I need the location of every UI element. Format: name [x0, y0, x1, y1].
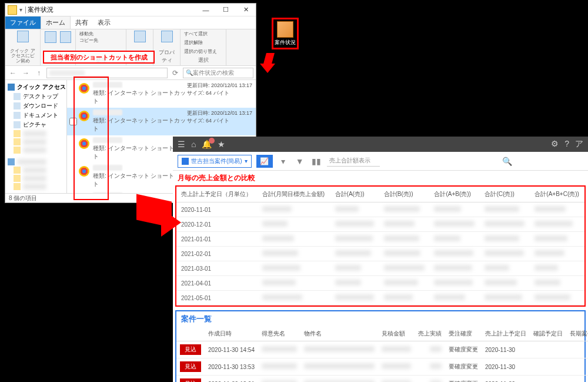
- col-header[interactable]: 受注確度: [445, 327, 482, 341]
- filter-icon[interactable]: ▼: [294, 155, 306, 167]
- graph-button[interactable]: 📈: [256, 155, 273, 168]
- maximize-button[interactable]: ☐: [216, 4, 236, 16]
- help-icon[interactable]: ?: [564, 139, 569, 150]
- address-bar-row: ← → ↑ ⟳ 🔍 案件状況の検索: [5, 66, 256, 80]
- monthly-comparison-section: 売上計上予定日（月単位）合計(月間目標売上金額)合計(A(売))合計(B(売))…: [175, 185, 586, 307]
- menu-icon[interactable]: ☰: [178, 139, 185, 149]
- selectinvert[interactable]: 選択の切り替え: [184, 48, 222, 55]
- table-row[interactable]: 2021-01-01: [176, 232, 584, 247]
- desktop-shortcut[interactable]: 案件状況: [272, 18, 299, 49]
- search-field[interactable]: 売上合計額表示: [327, 155, 380, 167]
- back-button[interactable]: ←: [8, 68, 18, 78]
- col-header[interactable]: 長期案件: [566, 327, 588, 341]
- quick-access-header[interactable]: クイック アクセス: [5, 82, 66, 92]
- search-box[interactable]: 🔍 案件状況の検索: [183, 68, 253, 78]
- star-icon[interactable]: ★: [218, 139, 225, 149]
- status-tag: 見込: [180, 361, 201, 372]
- folder-icon: [8, 5, 17, 15]
- titlebar: ▾ │ 案件状況 — ☐ ✕: [5, 4, 256, 16]
- tab-share[interactable]: 共有: [71, 16, 93, 29]
- date-cell: 2021-05-01: [176, 291, 258, 305]
- col-header[interactable]: 得意先名: [258, 327, 300, 341]
- col-header[interactable]: 物件名: [300, 327, 378, 341]
- shortcut-label: 案件状況: [275, 39, 296, 46]
- col-header[interactable]: [176, 327, 205, 341]
- sidebar-item[interactable]: [5, 146, 66, 154]
- sidebar-item[interactable]: ドキュメント: [5, 111, 66, 120]
- table-row[interactable]: 2020-11-01: [176, 202, 584, 217]
- table-row[interactable]: 2021-03-01: [176, 261, 584, 276]
- select-label: 選択: [184, 57, 222, 64]
- close-button[interactable]: ✕: [236, 4, 256, 16]
- col-header[interactable]: 売上実績: [415, 327, 445, 341]
- col-header[interactable]: 見積金額: [378, 327, 415, 341]
- col-header[interactable]: 確認予定日: [530, 327, 566, 341]
- downloads-icon: [14, 102, 21, 109]
- file-type: 種類: インターネット ショートカット: [93, 89, 187, 105]
- table-row[interactable]: 見込 2020-11-30 13:53 要確度変更 2020-11-30 ✎i: [176, 358, 588, 376]
- sidebar-item[interactable]: ピクチャ: [5, 120, 66, 129]
- col-header[interactable]: 合計(C(売)): [480, 187, 530, 202]
- table-row[interactable]: 2020-12-01: [176, 217, 584, 232]
- folder-icon: [14, 183, 21, 190]
- moveto-label[interactable]: 移動先: [79, 31, 122, 37]
- table-row[interactable]: 2021-02-01: [176, 247, 584, 261]
- file-item[interactable]: 種類: インターネット ショートカット 更新日時: 2020/12/01 13:…: [67, 108, 256, 135]
- gear-icon[interactable]: ⚙: [551, 139, 559, 150]
- forward-button[interactable]: →: [21, 68, 31, 78]
- minimize-button[interactable]: —: [196, 4, 216, 16]
- col-header[interactable]: 売上計上予定日（月単位）: [176, 187, 258, 202]
- search-icon[interactable]: 🔍: [501, 155, 513, 167]
- plan-date-cell: 2020-11-30: [482, 341, 530, 358]
- table-row[interactable]: 見込 2020-11-30 14:54 要確度変更 2020-11-30 ✎i: [176, 341, 588, 358]
- table-row[interactable]: 2021-04-01: [176, 276, 584, 291]
- col-header[interactable]: 売上計上予定日: [482, 327, 530, 341]
- created-cell: 2020-11-30 12:01: [205, 376, 258, 383]
- table-row[interactable]: 見込 2020-11-30 12:01 要確度変更 2020-11-30 ✎i: [176, 376, 588, 383]
- sidebar-item[interactable]: [5, 138, 66, 146]
- copyto-label[interactable]: コピー先: [79, 37, 122, 44]
- paste-icon[interactable]: [60, 31, 72, 43]
- file-item[interactable]: 種類: インターネット ショートカット 更新日時: 2020/12/01 13:…: [67, 80, 256, 108]
- refresh-button[interactable]: ⟳: [170, 68, 181, 78]
- pin-icon[interactable]: [17, 31, 29, 42]
- newfolder-icon[interactable]: [134, 31, 146, 42]
- tab-view[interactable]: 表示: [93, 16, 115, 29]
- home-icon[interactable]: ⌂: [191, 139, 196, 149]
- chrome-shortcut-icon: [78, 137, 91, 150]
- pictures-icon: [14, 121, 21, 128]
- up-button[interactable]: ↑: [34, 68, 44, 78]
- view-selector[interactable]: 世吉担当案件(簡易)▾: [178, 155, 252, 168]
- sidebar-item[interactable]: [5, 182, 66, 191]
- col-header[interactable]: 合計(B(売)): [379, 187, 430, 202]
- selectnone[interactable]: 選択解除: [184, 39, 222, 46]
- selectall[interactable]: すべて選択: [184, 31, 222, 37]
- col-header[interactable]: 合計(月間目標売上金額): [258, 187, 330, 202]
- chrome-shortcut-icon: [78, 82, 91, 95]
- sidebar-item[interactable]: [5, 129, 66, 138]
- webapp-window: ☰ ⌂ 🔔 ★ ⚙ ? ア 世吉担当案件(簡易)▾ 📈 ▾ ▼ ▮▮ 売上合計額…: [173, 137, 588, 382]
- dropdown-icon[interactable]: ▾: [278, 155, 289, 167]
- user-icon[interactable]: ア: [575, 139, 583, 150]
- tab-home[interactable]: ホーム: [41, 16, 71, 29]
- sidebar-item[interactable]: [5, 174, 66, 182]
- sidebar-item[interactable]: デスクトップ: [5, 92, 66, 101]
- sidebar-item[interactable]: ダウンロード: [5, 101, 66, 111]
- chrome-shortcut-icon: [78, 165, 91, 178]
- copy-icon[interactable]: [45, 31, 56, 43]
- webapp-topbar: ☰ ⌂ 🔔 ★ ⚙ ? ア: [173, 137, 588, 152]
- col-header[interactable]: 作成日時: [205, 327, 258, 341]
- address-bar[interactable]: [46, 68, 168, 78]
- notification-icon[interactable]: 🔔: [202, 139, 212, 149]
- file-checkbox[interactable]: [69, 118, 77, 125]
- col-header[interactable]: 合計(A+B+C(売)): [530, 187, 584, 202]
- col-header[interactable]: 合計(A(売)): [330, 187, 379, 202]
- tab-file[interactable]: ファイル: [5, 16, 41, 29]
- properties-icon[interactable]: [161, 31, 173, 42]
- chart-icon[interactable]: ▮▮: [310, 155, 322, 167]
- table-row[interactable]: 2021-05-01: [176, 291, 584, 305]
- sidebar-item[interactable]: [5, 166, 66, 174]
- onedrive-header[interactable]: [5, 158, 66, 166]
- col-header[interactable]: 合計(A+B(売)): [429, 187, 480, 202]
- file-meta: 更新日時: 2020/12/01 13:17サイズ: 64 バイト: [187, 109, 253, 133]
